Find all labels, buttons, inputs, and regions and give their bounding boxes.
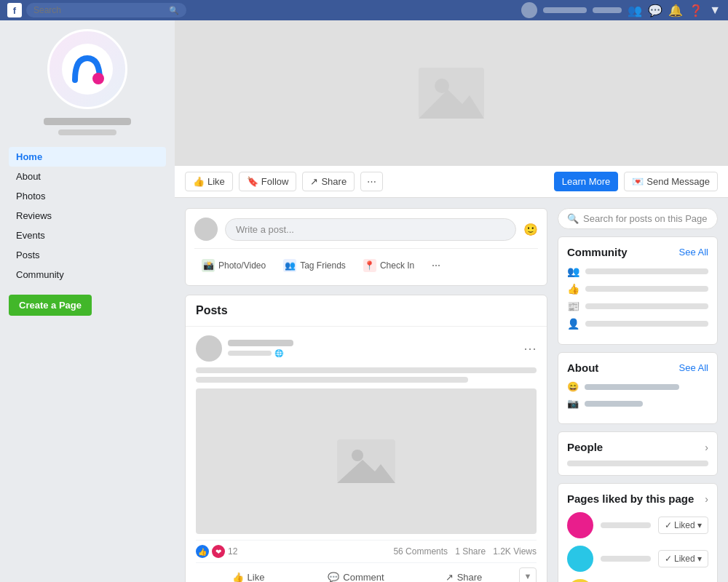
community-item-2: 👍 [567, 283, 708, 295]
people-chevron-icon[interactable]: › [705, 442, 708, 453]
sidebar-item-home[interactable]: Home [9, 147, 166, 167]
community-item-3: 📰 [567, 300, 708, 312]
write-post-actions: 📸 Photo/Video 👥 Tag Friends 📍 Check In ⋯ [194, 248, 538, 276]
post-like-button[interactable]: 👍 Like [196, 567, 301, 582]
sidebar: Home About Photos Reviews Events Posts C… [0, 20, 175, 324]
about-bar-2 [585, 401, 643, 407]
post-image-placeholder [337, 439, 395, 483]
sidebar-item-events[interactable]: Events [9, 226, 166, 245]
post-comment-icon: 💬 [328, 572, 339, 582]
sidebar-item-reviews[interactable]: Reviews [9, 206, 166, 226]
post-more-button[interactable]: ⋯ [523, 342, 537, 355]
pages-liked-header: Pages liked by this page › [567, 493, 708, 505]
write-post-top: Write a post... 🙂 [194, 218, 538, 241]
liked-circle-0 [567, 512, 593, 538]
community-see-all[interactable]: See All [679, 247, 708, 258]
like-button[interactable]: 👍 Like [185, 172, 233, 191]
reaction-right: 56 Comments 1 Share 1.2K Views [393, 546, 537, 557]
right-search[interactable]: 🔍 Search for posts on this Page [558, 208, 718, 229]
post-reactions: 👍 ❤ 12 56 Comments 1 Share 1.2K Views [196, 540, 537, 562]
post-text-lines [196, 367, 537, 383]
post-actions-row: 👍 Like 💬 Comment ↗ Share ▼ [196, 562, 537, 582]
help-icon[interactable]: ❓ [689, 4, 703, 17]
sidebar-item-photos[interactable]: Photos [9, 186, 166, 206]
post-text-line1 [196, 367, 537, 373]
liked-circle-2 [567, 579, 593, 582]
write-post-placeholder[interactable]: Write a post... [225, 218, 516, 241]
nav-right: 👥 💬 🔔 ❓ ▼ [521, 2, 721, 18]
about-image-icon: 📷 [567, 398, 579, 409]
post-meta: 🌐 [228, 340, 518, 357]
community-bar-2 [585, 286, 708, 292]
community-card-header: Community See All [567, 246, 708, 258]
profile-avatar-wrap [9, 29, 166, 109]
people-card: People › [558, 431, 718, 476]
cover-placeholder [419, 68, 484, 119]
liked-button-0[interactable]: ✓ Liked ▾ [658, 517, 708, 534]
send-message-button[interactable]: 💌 Send Message [624, 172, 718, 191]
about-card: About See All 😄 📷 [558, 352, 718, 424]
community-item-1: 👥 [567, 266, 708, 277]
community-bar-3 [585, 303, 708, 309]
right-column: 🔍 Search for posts on this Page Communit… [558, 208, 718, 582]
pages-liked-chevron-icon[interactable]: › [705, 493, 708, 505]
community-bar-4 [585, 321, 708, 327]
avatar [521, 2, 537, 18]
liked-circle-1 [567, 546, 593, 572]
content-area: Write a post... 🙂 📸 Photo/Video 👥 Tag Fr… [175, 198, 728, 582]
friends-icon[interactable]: 👥 [628, 4, 642, 17]
about-smiley-icon: 😄 [567, 381, 579, 392]
svg-point-6 [352, 450, 363, 461]
share-button[interactable]: ↗ Share [302, 172, 355, 191]
cover-photo [175, 20, 728, 166]
follow-button[interactable]: 🔖 Follow [239, 172, 297, 191]
post-name-bar [228, 340, 293, 346]
chevron-down-icon[interactable]: ▼ [709, 4, 721, 17]
more-button[interactable]: ⋯ [360, 172, 383, 191]
posts-section: Posts 🌐 ⋯ [185, 295, 547, 582]
top-nav: f 🔍 👥 💬 🔔 ❓ ▼ [0, 0, 728, 20]
emoji-icon[interactable]: 🙂 [523, 223, 538, 236]
people-bar [567, 461, 708, 466]
liked-item-0: ✓ Liked ▾ [567, 512, 708, 538]
community-title: Community [567, 246, 628, 258]
heart-reaction-icon: ❤ [212, 545, 225, 558]
people-title: People [567, 441, 603, 453]
tag-friends-button[interactable]: 👥 Tag Friends [276, 255, 353, 276]
liked-item-2: ✓ Liked ▾ [567, 579, 708, 582]
write-post-card: Write a post... 🙂 📸 Photo/Video 👥 Tag Fr… [185, 208, 547, 286]
bell-icon[interactable]: 🔔 [668, 4, 683, 17]
sidebar-item-about[interactable]: About [9, 167, 166, 186]
about-bar-1 [585, 384, 679, 390]
post-share-button[interactable]: ↗ Share [411, 567, 516, 582]
post-time-wrap: 🌐 [228, 349, 518, 357]
about-see-all[interactable]: See All [679, 362, 708, 373]
search-input[interactable] [33, 5, 169, 15]
post-image [196, 388, 537, 534]
create-page-button[interactable]: Create a Page [9, 295, 92, 316]
profile-sub-bar [58, 129, 116, 135]
community-feed-icon: 📰 [567, 300, 579, 312]
post-comment-button[interactable]: 💬 Comment [304, 567, 408, 582]
liked-name-bar-0 [601, 522, 651, 528]
nav-search-bar[interactable]: 🔍 [26, 3, 186, 17]
share-dropdown-button[interactable]: ▼ [519, 567, 537, 582]
message-icon: 💌 [632, 176, 644, 187]
liked-button-1[interactable]: ✓ Liked ▾ [658, 550, 708, 567]
reaction-left: 👍 ❤ 12 [196, 545, 237, 558]
pages-liked-title: Pages liked by this page [567, 493, 694, 505]
like-reaction-icon: 👍 [196, 545, 209, 558]
post-share-icon: ↗ [446, 572, 454, 582]
sidebar-item-posts[interactable]: Posts [9, 245, 166, 265]
reaction-count: 12 [228, 546, 237, 557]
post-text-line2 [196, 377, 468, 383]
check-in-button[interactable]: 📍 Check In [356, 255, 422, 276]
photo-video-icon: 📸 [202, 259, 215, 272]
learn-more-button[interactable]: Learn More [554, 172, 618, 191]
more-post-options-button[interactable]: ⋯ [424, 255, 448, 276]
sidebar-item-community[interactable]: Community [9, 265, 166, 284]
messenger-icon[interactable]: 💬 [648, 4, 662, 17]
profile-avatar [47, 29, 127, 109]
community-like-icon: 👍 [567, 283, 579, 295]
photo-video-button[interactable]: 📸 Photo/Video [194, 255, 273, 276]
